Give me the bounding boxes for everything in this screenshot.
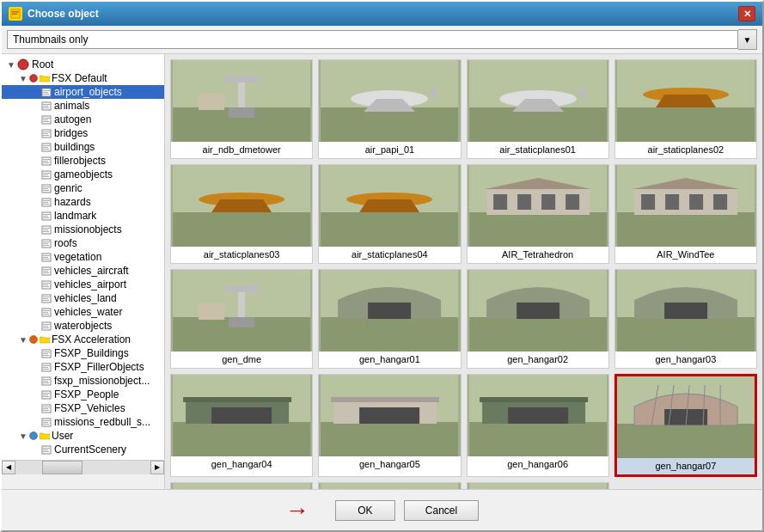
footer: → OK Cancel [2,489,762,530]
close-button[interactable]: ✕ [738,6,755,21]
thumbnail-air_staticplanes03[interactable]: air_staticplanes03 [170,164,313,264]
tree-item-fsxp_fillerobjects[interactable]: FSXP_FillerObjects [2,360,164,374]
svg-rect-179 [480,397,588,402]
node-icon [41,404,52,413]
expand-icon: ▼ [17,335,29,345]
tree-item-animals[interactable]: animals [2,99,164,113]
svg-rect-48 [43,231,49,232]
tree-item-vehicles_water[interactable]: vehicles_water [2,305,164,319]
tree-item-airport_objects[interactable]: airport_objects [2,85,164,99]
svg-rect-10 [43,104,50,105]
thumbnail-air_windtee[interactable]: AIR_WindTee [614,164,757,264]
svg-rect-12 [43,107,49,108]
thumbnail-grid: air_ndb_dmetowerair_papi_01air_staticpla… [165,54,762,489]
ok-button[interactable]: OK [335,500,395,521]
tree-item-waterobjects[interactable]: waterobjects [2,319,164,333]
tree-item-bridges[interactable]: bridges [2,126,164,140]
expand-icon: ▼ [17,431,29,441]
tree-item-generic[interactable]: genric [2,181,164,195]
svg-rect-99 [43,420,50,421]
tree-item-fsx_default[interactable]: ▼ FSX Default [2,71,164,85]
thumbnail-air_staticplanes01[interactable]: air_staticplanes01 [467,59,609,159]
scroll-right-arrow[interactable]: ▶ [150,461,164,474]
thumbnail-gen_hangar01[interactable]: gen_hangar01 [318,269,461,369]
svg-rect-84 [43,367,48,368]
tree-item-vehicles_aircraft[interactable]: vehicles_aircraft [2,264,164,278]
svg-rect-150 [713,194,727,210]
dropdown-arrow[interactable]: ▼ [738,29,757,50]
thumbnail-air_papi_01[interactable]: air_papi_01 [318,59,461,159]
tree-item-current_scenery[interactable]: CurrentScenery [2,443,164,456]
thumbnail-gen_hangar04[interactable]: gen_hangar04 [170,374,313,477]
tree-item-vehicles_airport[interactable]: vehicles_airport [2,278,164,291]
svg-rect-72 [43,314,49,315]
tree-item-vehicles_land[interactable]: vehicles_land [2,291,164,305]
tree-item-vegetation[interactable]: vegetation [2,250,164,264]
thumb-image-air_staticplanes01 [468,60,608,142]
thumbnail-air_staticplanes02[interactable]: air_staticplanes02 [614,59,757,159]
svg-rect-22 [43,145,50,146]
svg-rect-35 [43,188,48,189]
tree-item-missionobjects[interactable]: missionobjects [2,223,164,236]
svg-rect-62 [43,283,50,284]
thumbnail-gen_hangar08[interactable]: gen_hangar08 [170,482,313,489]
svg-rect-7 [43,92,48,93]
svg-rect-106 [43,451,49,452]
svg-rect-30 [43,173,50,174]
svg-rect-38 [43,200,50,201]
tree-item-gameobjects[interactable]: gameobjects [2,168,164,181]
svg-point-77 [30,336,38,344]
svg-rect-79 [43,352,50,352]
svg-rect-20 [43,135,49,136]
svg-rect-1 [12,11,19,13]
svg-marker-134 [359,199,419,212]
thumbnail-gen_hangar09[interactable]: gen_hangar09 [318,482,461,489]
tree-item-missions_redbull[interactable]: missions_redbull_s... [2,415,164,429]
tree-item-buildings[interactable]: buildings [2,140,164,154]
thumbnail-gen_hangar02[interactable]: gen_hangar02 [467,269,609,369]
svg-rect-155 [229,317,254,327]
arrow-indicator: → [285,498,309,523]
tree-item-fsxp_buildings[interactable]: FSXP_Buildings [2,346,164,360]
tree-item-fsxp_people[interactable]: FSXP_People [2,388,164,401]
tree-item-hazards[interactable]: hazards [2,195,164,209]
folder-icon [40,335,50,344]
svg-rect-92 [43,394,48,395]
tree-label: FSXP_Buildings [54,347,129,359]
thumbnail-gen_hangar07[interactable]: gen_hangar07 [614,374,757,477]
svg-rect-39 [43,202,48,203]
tree-item-fillerobjects[interactable]: fillerobjects [2,154,164,168]
scroll-left-arrow[interactable]: ◀ [2,461,15,474]
tree-item-user[interactable]: ▼ User [2,429,164,443]
thumb-image-air_staticplanes04 [319,165,460,247]
svg-rect-164 [617,317,755,352]
thumb-image-gen_hangar04 [171,375,312,456]
thumbnail-air_ndb_dmetower[interactable]: air_ndb_dmetower [170,59,313,159]
tree-item-fsxp_missionobject[interactable]: fsxp_missionobject... [2,374,164,388]
tree-item-fsxp_vehicles[interactable]: FSXP_Vehicles [2,401,164,415]
thumbnail-air_staticplanes04[interactable]: air_staticplanes04 [318,164,461,264]
title-bar: Choose object ✕ [2,2,762,26]
title-bar-left: Choose object [9,7,99,21]
cancel-button[interactable]: Cancel [404,500,479,521]
thumb-label-gen_hangar01: gen_hangar01 [358,352,422,364]
thumbnail-gen_hangar05[interactable]: gen_hangar05 [318,374,461,477]
tree-item-fsx_acceleration[interactable]: ▼ FSX Acceleration [2,333,164,346]
svg-rect-46 [43,228,50,229]
thumb-label-gen_hangar02: gen_hangar02 [505,352,570,364]
svg-rect-132 [321,212,458,247]
tree-item-roofs[interactable]: roofs [2,236,164,250]
thumbnail-air_tetrahedron[interactable]: AIR_Tetrahedron [467,164,609,264]
tree-item-autogen[interactable]: autogen [2,113,164,126]
svg-rect-85 [43,369,49,370]
tree-item-root[interactable]: ▼ Root [2,58,164,71]
svg-rect-55 [43,257,48,258]
expand-icon: ▼ [5,60,17,70]
view-mode-select[interactable]: Thumbnails onlyListDetails [7,30,738,49]
svg-rect-15 [43,119,48,120]
tree-item-landmark[interactable]: landmark [2,209,164,223]
thumbnail-gen_hangar06[interactable]: gen_hangar06 [467,374,609,477]
thumbnail-gen_hangar10[interactable]: gen_hangar10 [467,482,609,489]
thumbnail-gen_hangar03[interactable]: gen_hangar03 [614,269,757,369]
thumbnail-gen_dme[interactable]: gen_dme [170,269,313,369]
